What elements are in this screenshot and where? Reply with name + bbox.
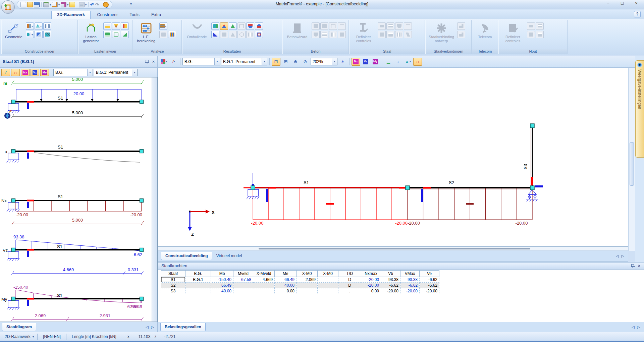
- help-button[interactable]: ?: [634, 11, 641, 17]
- cell-nxmax[interactable]: 0.00: [361, 288, 381, 294]
- dwarskracht-icon[interactable]: [211, 31, 219, 38]
- canvas-vertical-scrollbar[interactable]: [628, 68, 635, 251]
- phi-icon[interactable]: [246, 31, 254, 38]
- cell-mveld[interactable]: [233, 288, 253, 294]
- preview-dropdown-icon[interactable]: ▾: [58, 3, 60, 6]
- beton-balk-icon[interactable]: [312, 22, 320, 30]
- application-menu-button[interactable]: [1, 0, 15, 14]
- wapening-icon[interactable]: [320, 31, 328, 38]
- undo-icon[interactable]: ↶: [90, 2, 94, 7]
- staal-optimalisatie-icon[interactable]: [404, 31, 412, 38]
- column-header[interactable]: Mb: [211, 271, 233, 277]
- reactiekrachten-icon[interactable]: [229, 22, 237, 30]
- cell-x-mveld[interactable]: 4.669: [253, 277, 275, 283]
- envelope-view-icon[interactable]: ∩: [11, 69, 20, 76]
- script-icon[interactable]: [69, 2, 75, 7]
- staal-definieer-controles-button[interactable]: Definieer controles: [351, 21, 376, 49]
- hout-doorsnede-icon[interactable]: [527, 22, 535, 30]
- column-header[interactable]: Staaf: [161, 271, 185, 277]
- hoek-invoer-icon[interactable]: [35, 31, 43, 38]
- staal-doorsnede-icon[interactable]: [378, 22, 386, 30]
- my-diagram-button[interactable]: My: [371, 58, 380, 66]
- staal-las-icon[interactable]: [395, 22, 403, 30]
- herbereken-icon[interactable]: [159, 31, 167, 38]
- print-dropdown-icon[interactable]: ▾: [50, 3, 51, 6]
- beton-tabel-icon[interactable]: [338, 31, 346, 38]
- q-last-icon[interactable]: [103, 31, 111, 38]
- normaalkracht-icon[interactable]: [220, 31, 228, 38]
- weergave-instellingen-tab[interactable]: Weergave-instellingen: [635, 60, 644, 158]
- driehoek-last-icon[interactable]: [121, 31, 129, 38]
- cell-mb[interactable]: 66.49: [211, 283, 233, 288]
- cell-ve[interactable]: -20.00: [420, 288, 439, 294]
- cell-x-m0[interactable]: 2.069: [297, 277, 318, 283]
- cell-me[interactable]: 40.00: [275, 283, 297, 288]
- tab-scroll-right-icon[interactable]: ▷: [150, 325, 155, 329]
- nx-diagram-button[interactable]: Nx: [352, 58, 360, 66]
- cell-staaf[interactable]: S2: [161, 283, 185, 288]
- cell-staaf[interactable]: S3: [161, 288, 185, 294]
- plaat-invoer-icon[interactable]: [43, 31, 51, 38]
- load-case-select[interactable]: B.G.1: Permanent▾: [221, 58, 267, 65]
- canvas-horizontal-scrollbar[interactable]: [158, 246, 628, 251]
- tab-extra[interactable]: Extra: [146, 11, 166, 19]
- cell-b.g.[interactable]: B.G.1: [185, 277, 211, 283]
- cell-ve[interactable]: -6.62: [420, 283, 439, 288]
- zoom-window-icon[interactable]: ⊞: [281, 58, 290, 66]
- qat-overflow-icon[interactable]: ▾: [130, 2, 132, 6]
- cell-vb[interactable]: -6.62: [381, 283, 400, 288]
- zoom-in-out-icon[interactable]: ⊕: [291, 58, 300, 66]
- cell-x-m0[interactable]: [318, 277, 338, 283]
- column-header[interactable]: X-M0: [297, 271, 318, 277]
- beton-kolom-icon[interactable]: [320, 22, 328, 30]
- column-header[interactable]: Me: [275, 271, 297, 277]
- pan-hand-icon[interactable]: ∗: [338, 58, 347, 66]
- verplaatsing-icon[interactable]: [211, 22, 219, 30]
- blok-last-icon[interactable]: [112, 31, 120, 38]
- tab-staafdiagram[interactable]: Staafdiagram: [2, 323, 36, 331]
- profiel-invoer-icon[interactable]: ▾: [26, 22, 34, 30]
- member-view-icon[interactable]: ∕: [1, 69, 10, 76]
- steunpunt-weergave-icon[interactable]: ▂: [384, 58, 393, 66]
- tab-2d-raamwerk[interactable]: 2D-Raamwerk: [51, 11, 91, 19]
- staal-profielen-icon[interactable]: [395, 31, 403, 38]
- vervormd-model-icon[interactable]: [237, 22, 246, 30]
- panel-bg-filter-select[interactable]: B.G.▾: [53, 69, 93, 76]
- niet-lineair-icon[interactable]: ▾: [159, 22, 167, 30]
- tab-tools[interactable]: Tools: [124, 11, 145, 19]
- column-header[interactable]: T/D: [338, 271, 361, 277]
- cell-staaf[interactable]: S1: [161, 277, 185, 283]
- verbinding-kolom-icon[interactable]: [457, 22, 465, 30]
- cell-x-m0[interactable]: [318, 283, 338, 288]
- lasten-weergave-icon[interactable]: ↓: [394, 58, 402, 66]
- sigma-icon[interactable]: [237, 31, 246, 38]
- tab-virtueel-model[interactable]: Virtueel model: [212, 252, 246, 260]
- edit-report-icon[interactable]: [61, 2, 66, 7]
- pin-icon[interactable]: [631, 264, 635, 268]
- cell-t/d[interactable]: D: [338, 283, 361, 288]
- column-header[interactable]: Mveld: [233, 271, 253, 277]
- doc-tab-scroll-right-icon[interactable]: ▷: [620, 254, 626, 258]
- cell-b.g.[interactable]: [185, 283, 211, 288]
- cell-x-m0[interactable]: [297, 283, 318, 288]
- snapshot-dropdown-icon[interactable]: ▾: [85, 3, 87, 6]
- model-canvas[interactable]: S1 S2 S3: [158, 68, 628, 246]
- hscroll-thumb[interactable]: [259, 248, 530, 249]
- status-mode-dropdown-icon[interactable]: ▾: [33, 335, 34, 338]
- vz-view-icon[interactable]: Vz: [31, 69, 39, 76]
- zoom-extents-icon[interactable]: ⊙: [301, 58, 310, 66]
- column-header[interactable]: Vb: [381, 271, 400, 277]
- nx-view-icon[interactable]: Nx: [21, 69, 30, 76]
- hout-grafiek-icon[interactable]: [536, 31, 544, 38]
- table-row[interactable]: S266.4940.00D-20.00-6.62-6.62-6.62: [161, 283, 439, 288]
- cell-nxmax[interactable]: -20.00: [361, 277, 381, 283]
- zoom-level-select[interactable]: 202%▾: [311, 58, 337, 65]
- beton-vloer-icon[interactable]: [329, 22, 337, 30]
- cell-mb[interactable]: 40.00: [211, 288, 233, 294]
- vz-diagram-button[interactable]: Vz: [361, 58, 370, 66]
- telecom-button[interactable]: Telecom: [474, 21, 496, 49]
- wapening-net-icon[interactable]: [329, 31, 337, 38]
- cell-vb[interactable]: -20.00: [381, 288, 400, 294]
- momentenlijn-2-icon[interactable]: [255, 22, 263, 30]
- hout-verbinding-icon[interactable]: [536, 22, 544, 30]
